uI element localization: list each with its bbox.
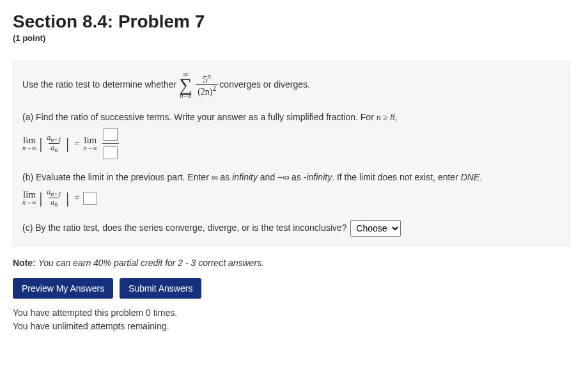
abs-bar-right-b: | bbox=[65, 190, 70, 207]
sigma-sum: ∞ ∑ n=8 bbox=[179, 70, 192, 99]
lim-sub-b: n→∞ bbox=[22, 200, 36, 206]
dne-word: DNE bbox=[461, 172, 480, 182]
part-c-select[interactable]: Choose bbox=[350, 220, 401, 237]
attempts-info: You have attempted this problem 0 times.… bbox=[13, 306, 570, 333]
note-line: Note: You can earn 40% partial credit fo… bbox=[13, 258, 570, 268]
submit-button[interactable]: Submit Answers bbox=[120, 278, 201, 299]
lim-word-right: lim bbox=[84, 136, 97, 145]
sum-lower: n=8 bbox=[180, 92, 191, 99]
part-a-prompt-before: (a) Find the ratio of successive terms. … bbox=[22, 112, 377, 122]
part-a-equation: lim n→∞ | an+1 an | = lim n→∞ bbox=[22, 128, 561, 159]
lim-b: lim n→∞ bbox=[22, 190, 36, 206]
button-row: Preview My Answers Submit Answers bbox=[13, 278, 570, 299]
ratio-fraction-b: an+1 an bbox=[45, 188, 63, 208]
ratio-num-sub: n+1 bbox=[51, 136, 61, 143]
part-a-condition: n ≥ 8 bbox=[377, 113, 395, 122]
part-c-prompt: (c) By the ratio test, does the series c… bbox=[22, 221, 346, 235]
series-fraction: 5n (2n)2 bbox=[196, 73, 218, 97]
series-den-base: (2n) bbox=[198, 87, 212, 97]
intro-after: converges or diverges. bbox=[219, 78, 310, 91]
part-b-after: . bbox=[479, 172, 482, 182]
preview-button[interactable]: Preview My Answers bbox=[13, 278, 113, 299]
lim-sub-right: n→∞ bbox=[83, 145, 97, 152]
part-b-before: (b) Evaluate the limit in the previous p… bbox=[22, 172, 232, 182]
note-text: You can earn 40% partial credit for 2 - … bbox=[38, 258, 264, 268]
series-num-exp: n bbox=[207, 72, 211, 81]
part-c: (c) By the ratio test, does the series c… bbox=[22, 220, 561, 237]
part-a-numerator-input[interactable] bbox=[104, 128, 118, 141]
attempts-line1: You have attempted this problem 0 times. bbox=[13, 306, 570, 320]
points-label: (1 point) bbox=[13, 33, 570, 43]
lim-word-b: lim bbox=[23, 190, 36, 200]
problem-panel: Use the ratio test to determine whether … bbox=[13, 61, 570, 246]
sigma-icon: ∑ bbox=[179, 78, 192, 92]
abs-bar-right: | bbox=[65, 136, 70, 152]
ratio-den-sub: n bbox=[54, 146, 58, 153]
part-b-mid: and −∞ as bbox=[258, 172, 304, 182]
lim-left: lim n→∞ bbox=[22, 136, 36, 152]
intro-line: Use the ratio test to determine whether … bbox=[22, 70, 561, 99]
lim-sub-left: n→∞ bbox=[22, 145, 36, 152]
attempts-line2: You have unlimited attempts remaining. bbox=[13, 320, 570, 333]
part-b-mid2: . If the limit does not exist, enter bbox=[332, 172, 461, 182]
ratio-fraction: an+1 an bbox=[45, 134, 63, 154]
equals-b: = bbox=[74, 191, 79, 205]
part-a: (a) Find the ratio of successive terms. … bbox=[22, 111, 561, 159]
note-label: Note: bbox=[13, 258, 36, 268]
part-a-answer-fraction bbox=[102, 128, 119, 159]
part-b-equation: lim n→∞ | an+1 an | = bbox=[22, 188, 561, 208]
lim-word-left: lim bbox=[23, 136, 36, 145]
part-a-denominator-input[interactable] bbox=[104, 146, 118, 159]
infinity-word: infinity bbox=[232, 172, 258, 182]
ratio-num-sub-b: n+1 bbox=[51, 191, 61, 198]
abs-bar-left: | bbox=[38, 136, 43, 152]
lim-right: lim n→∞ bbox=[83, 136, 97, 152]
ratio-den-sub-b: n bbox=[54, 201, 58, 208]
abs-bar-left-b: | bbox=[38, 190, 43, 207]
series-den-exp: 2 bbox=[213, 84, 217, 93]
part-b: (b) Evaluate the limit in the previous p… bbox=[22, 171, 561, 208]
intro-before: Use the ratio test to determine whether bbox=[22, 78, 176, 91]
abs-ratio: | an+1 an | bbox=[38, 134, 70, 154]
abs-ratio-b: | an+1 an | bbox=[38, 188, 70, 208]
part-b-answer-input[interactable] bbox=[83, 192, 97, 205]
equals-a: = bbox=[74, 137, 79, 150]
page-title: Section 8.4: Problem 7 bbox=[13, 12, 570, 32]
part-a-prompt-after: , bbox=[394, 112, 397, 122]
neg-infinity-word: -infinity bbox=[304, 172, 332, 182]
